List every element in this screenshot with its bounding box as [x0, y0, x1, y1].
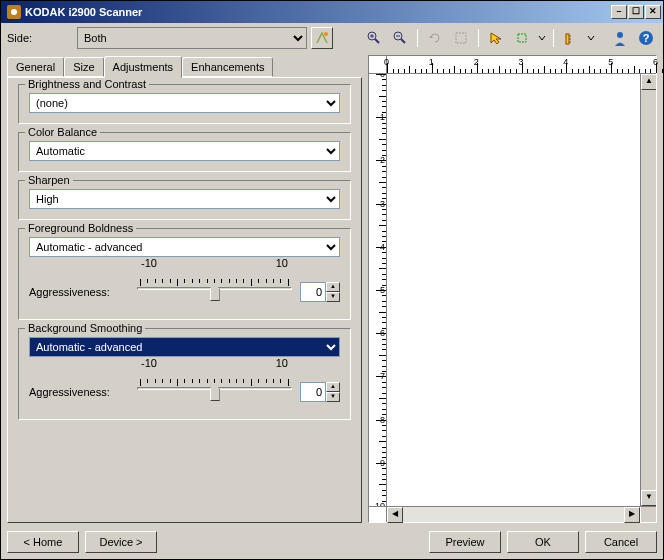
spin-up[interactable]: ▲: [326, 382, 340, 392]
vertical-scrollbar[interactable]: ▲ ▼: [640, 74, 656, 506]
preview-canvas[interactable]: ▲ ▼: [387, 74, 656, 506]
slider-max: 10: [276, 357, 288, 369]
sharpen-legend: Sharpen: [25, 174, 73, 186]
zoom-in-icon[interactable]: [363, 27, 385, 49]
horizontal-scrollbar[interactable]: ◀ ▶: [369, 506, 656, 522]
top-row: Side: Both ?: [1, 23, 663, 53]
foreground-aggr-label: Aggressiveness:: [29, 286, 129, 298]
brightness-select[interactable]: (none): [29, 93, 340, 113]
svg-rect-12: [566, 34, 569, 44]
svg-line-4: [375, 39, 379, 43]
tab-enhancements[interactable]: Enhancements: [182, 57, 273, 77]
tab-general[interactable]: General: [7, 57, 64, 77]
bottom-row: < Home Device > Preview OK Cancel: [1, 525, 663, 559]
maximize-button[interactable]: ☐: [628, 5, 644, 19]
app-icon: [7, 5, 21, 19]
window-controls: – ☐ ✕: [611, 5, 661, 19]
preview-button[interactable]: Preview: [429, 531, 501, 553]
vertical-ruler: 012345678910: [369, 74, 387, 506]
sharpen-select[interactable]: High: [29, 189, 340, 209]
cancel-button[interactable]: Cancel: [585, 531, 657, 553]
background-select[interactable]: Automatic - advanced: [29, 337, 340, 357]
background-legend: Background Smoothing: [25, 322, 145, 334]
slider-max: 10: [276, 257, 288, 269]
ruler-units-icon[interactable]: [560, 27, 582, 49]
ok-button[interactable]: OK: [507, 531, 579, 553]
color-balance-legend: Color Balance: [25, 126, 100, 138]
svg-point-1: [11, 9, 17, 15]
sharpen-group: Sharpen High: [18, 180, 351, 220]
svg-rect-10: [456, 33, 466, 43]
background-slider[interactable]: -1010: [137, 375, 292, 409]
foreground-group: Foreground Boldness Automatic - advanced…: [18, 228, 351, 320]
separator: [417, 29, 418, 47]
scanner-window: KODAK i2900 Scanner – ☐ ✕ Side: Both: [0, 0, 664, 560]
foreground-select[interactable]: Automatic - advanced: [29, 237, 340, 257]
side-tool-icon[interactable]: [311, 27, 333, 49]
foreground-legend: Foreground Boldness: [25, 222, 136, 234]
rotate-icon[interactable]: [424, 27, 446, 49]
slider-thumb[interactable]: [210, 283, 220, 301]
background-slider-row: Aggressiveness: -1010 ▲▼: [29, 375, 340, 409]
window-title: KODAK i2900 Scanner: [25, 6, 611, 18]
tab-size[interactable]: Size: [64, 57, 103, 77]
highlight-icon[interactable]: [511, 27, 533, 49]
spin-down[interactable]: ▼: [326, 292, 340, 302]
brightness-legend: Brightness and Contrast: [25, 78, 149, 90]
brightness-group: Brightness and Contrast (none): [18, 84, 351, 124]
slider-min: -10: [141, 257, 157, 269]
background-group: Background Smoothing Automatic - advance…: [18, 328, 351, 420]
side-label: Side:: [7, 32, 77, 44]
slider-min: -10: [141, 357, 157, 369]
horizontal-ruler: 0123456: [369, 56, 656, 74]
preview-pane: 0123456 012345678910 ▲ ▼ ◀ ▶: [368, 55, 657, 523]
separator: [478, 29, 479, 47]
tab-panel: Brightness and Contrast (none) Color Bal…: [7, 77, 362, 523]
close-button[interactable]: ✕: [645, 5, 661, 19]
foreground-aggr-input[interactable]: [300, 282, 326, 302]
svg-line-8: [401, 39, 405, 43]
help-question-icon[interactable]: ?: [635, 27, 657, 49]
minimize-button[interactable]: –: [611, 5, 627, 19]
svg-point-2: [324, 32, 328, 36]
preview-toolbar: ?: [363, 27, 657, 49]
foreground-slider[interactable]: -1010: [137, 275, 292, 309]
device-button[interactable]: Device >: [85, 531, 157, 553]
svg-rect-11: [518, 34, 526, 42]
chevron-down-icon[interactable]: [537, 27, 547, 49]
crop-icon[interactable]: [450, 27, 472, 49]
foreground-slider-row: Aggressiveness: -1010 ▲▼: [29, 275, 340, 309]
tab-bar: General Size Adjustments Enhancements: [7, 55, 362, 77]
svg-point-16: [617, 32, 623, 38]
spin-down[interactable]: ▼: [326, 392, 340, 402]
chevron-down-icon[interactable]: [586, 27, 596, 49]
spin-up[interactable]: ▲: [326, 282, 340, 292]
preview-page: [387, 74, 644, 506]
left-column: General Size Adjustments Enhancements Br…: [7, 55, 362, 523]
side-select[interactable]: Both: [77, 27, 307, 49]
selection-icon[interactable]: [485, 27, 507, 49]
separator: [553, 29, 554, 47]
color-balance-group: Color Balance Automatic: [18, 132, 351, 172]
svg-text:?: ?: [643, 32, 650, 44]
home-button[interactable]: < Home: [7, 531, 79, 553]
main-area: General Size Adjustments Enhancements Br…: [1, 53, 663, 525]
help-people-icon[interactable]: [609, 27, 631, 49]
tab-adjustments[interactable]: Adjustments: [104, 56, 183, 78]
background-aggr-input[interactable]: [300, 382, 326, 402]
background-aggr-label: Aggressiveness:: [29, 386, 129, 398]
titlebar: KODAK i2900 Scanner – ☐ ✕: [1, 1, 663, 23]
slider-thumb[interactable]: [210, 383, 220, 401]
color-balance-select[interactable]: Automatic: [29, 141, 340, 161]
zoom-out-icon[interactable]: [389, 27, 411, 49]
